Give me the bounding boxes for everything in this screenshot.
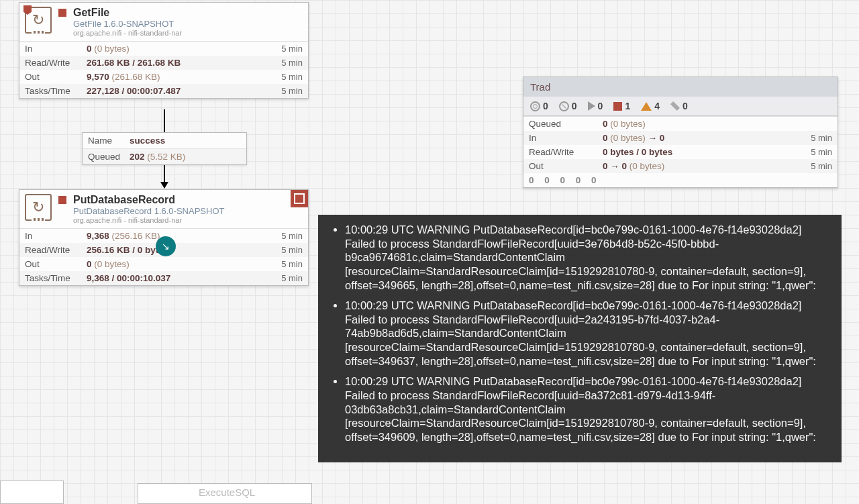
processor-title: PutDatabaseRecord bbox=[73, 194, 303, 206]
count-not-transmitting: 0 bbox=[559, 101, 577, 111]
processor-header: GetFile GetFile 1.6.0-SNAPSHOT org.apach… bbox=[19, 3, 308, 41]
run-status-stopped-icon bbox=[58, 196, 66, 204]
processor-type-icon bbox=[25, 194, 52, 221]
count-transmitting: 0 bbox=[530, 101, 548, 111]
processor-stats: In 0 (0 bytes) 5 min Read/Write 261.68 K… bbox=[19, 41, 308, 98]
process-group-trad[interactable]: Trad 0 0 0 1 4 0 Queued 0 (0 bytes) In 0… bbox=[523, 77, 838, 188]
bulletin-item: 10:00:29 UTC WARNING PutDatabaseRecord[i… bbox=[345, 299, 832, 368]
connection-success[interactable]: Name success Queued 202 (5.52 KB) bbox=[82, 132, 247, 165]
processor-getfile[interactable]: GetFile GetFile 1.6.0-SNAPSHOT org.apach… bbox=[19, 2, 309, 99]
disabled-icon bbox=[670, 101, 680, 111]
running-icon bbox=[588, 101, 595, 111]
connection-line bbox=[164, 109, 165, 132]
stat-tasks: Tasks/Time 227,128 / 00:00:07.487 5 min bbox=[19, 84, 308, 98]
stat-out: Out 9,570 (261.68 KB) 5 min bbox=[19, 70, 308, 84]
stat-in: In 0 (0 bytes) 5 min bbox=[19, 42, 308, 56]
pg-stat-in: In 0 (0 bytes) → 0 5 min bbox=[523, 131, 838, 145]
connection-target-icon[interactable]: ↘ bbox=[156, 236, 176, 256]
arrow-head-icon bbox=[160, 182, 168, 189]
process-group-status-counts: 0 0 0 1 4 0 bbox=[523, 97, 838, 116]
pg-stat-rw: Read/Write 0 bytes / 0 bytes 5 min bbox=[523, 145, 838, 159]
bulletin-list: 10:00:29 UTC WARNING PutDatabaseRecord[i… bbox=[327, 223, 832, 444]
processor-bundle: org.apache.nifi - nifi-standard-nar bbox=[73, 216, 303, 224]
processor-subtitle: PutDatabaseRecord 1.6.0-SNAPSHOT bbox=[73, 206, 303, 216]
pg-stat-queued: Queued 0 (0 bytes) bbox=[523, 117, 838, 131]
pg-footer-counts: 0 0 0 0 0 bbox=[523, 173, 838, 187]
run-status-stopped-icon bbox=[58, 9, 66, 17]
pg-stat-out: Out 0 → 0 (0 bytes) 5 min bbox=[523, 159, 838, 173]
bulletin-item: 10:00:29 UTC WARNING PutDatabaseRecord[i… bbox=[345, 223, 832, 292]
count-running: 0 bbox=[588, 101, 603, 111]
stopped-icon bbox=[613, 102, 622, 111]
connection-line bbox=[164, 165, 165, 184]
connection-name-row: Name success bbox=[83, 133, 246, 148]
stat-out: Out 0 (0 bytes) 5 min bbox=[19, 257, 308, 271]
processor-executesql-peek[interactable]: ExecuteSQL bbox=[138, 483, 312, 504]
bulletin-item: 10:00:29 UTC WARNING PutDatabaseRecord[i… bbox=[345, 374, 832, 444]
processor-outline[interactable] bbox=[0, 481, 64, 504]
bulletin-indicator-button[interactable] bbox=[291, 190, 308, 207]
connection-queued-row: Queued 202 (5.52 KB) bbox=[83, 148, 246, 164]
invalid-icon bbox=[641, 102, 652, 111]
stat-tasks: Tasks/Time 9,368 / 00:00:10.037 5 min bbox=[19, 271, 308, 285]
processor-title: GetFile bbox=[73, 7, 303, 19]
processor-header: PutDatabaseRecord PutDatabaseRecord 1.6.… bbox=[19, 190, 308, 228]
transmitting-icon bbox=[530, 101, 540, 111]
restricted-icon bbox=[23, 5, 32, 15]
count-invalid: 4 bbox=[641, 101, 660, 111]
processor-bundle: org.apache.nifi - nifi-standard-nar bbox=[73, 29, 303, 37]
processor-type-icon bbox=[25, 7, 52, 34]
stat-rw: Read/Write 261.68 KB / 261.68 KB 5 min bbox=[19, 56, 308, 70]
count-stopped: 1 bbox=[613, 101, 630, 111]
not-transmitting-icon bbox=[559, 101, 569, 111]
process-group-stats: Queued 0 (0 bytes) In 0 (0 bytes) → 0 5 … bbox=[523, 116, 838, 187]
bulletin-tooltip: 10:00:29 UTC WARNING PutDatabaseRecord[i… bbox=[318, 215, 842, 462]
count-disabled: 0 bbox=[670, 101, 688, 111]
process-group-title: Trad bbox=[523, 77, 838, 97]
processor-subtitle: GetFile 1.6.0-SNAPSHOT bbox=[73, 19, 303, 29]
